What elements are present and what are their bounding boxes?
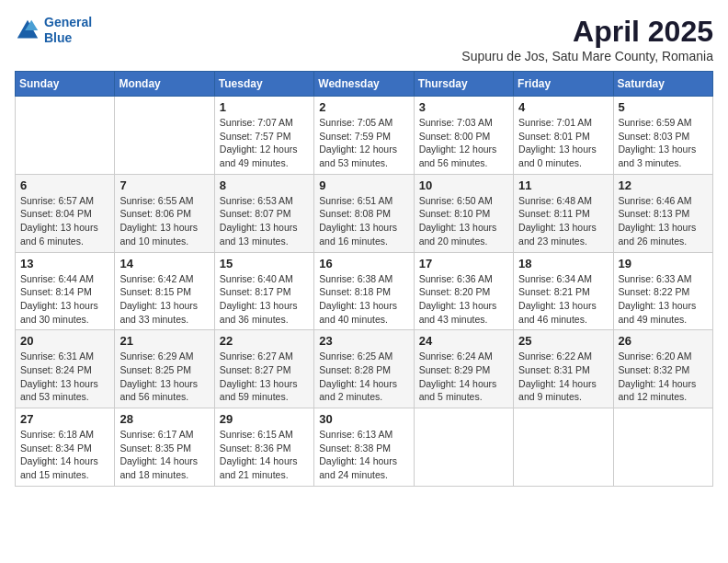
day-detail: Sunrise: 7:05 AM Sunset: 7:59 PM Dayligh… — [319, 116, 408, 170]
day-detail: Sunrise: 6:40 AM Sunset: 8:17 PM Dayligh… — [220, 272, 309, 327]
calendar-cell: 27Sunrise: 6:18 AM Sunset: 8:34 PM Dayli… — [16, 408, 115, 487]
day-detail: Sunrise: 6:24 AM Sunset: 8:29 PM Dayligh… — [419, 350, 508, 404]
day-number: 16 — [319, 257, 408, 270]
day-number: 29 — [220, 412, 309, 426]
day-detail: Sunrise: 6:22 AM Sunset: 8:31 PM Dayligh… — [518, 350, 608, 404]
logo-line1: General — [44, 15, 92, 29]
week-row-1: 1Sunrise: 7:07 AM Sunset: 7:57 PM Daylig… — [16, 97, 713, 175]
day-detail: Sunrise: 6:29 AM Sunset: 8:25 PM Dayligh… — [119, 350, 209, 404]
day-number: 14 — [119, 257, 209, 270]
calendar-cell: 23Sunrise: 6:25 AM Sunset: 8:28 PM Dayli… — [314, 330, 414, 408]
day-detail: Sunrise: 6:51 AM Sunset: 8:08 PM Dayligh… — [319, 194, 408, 248]
calendar-cell — [115, 97, 214, 175]
location-subtitle: Supuru de Jos, Satu Mare County, Romania — [461, 49, 713, 63]
calendar-cell: 6Sunrise: 6:57 AM Sunset: 8:04 PM Daylig… — [16, 174, 115, 252]
calendar-table: SundayMondayTuesdayWednesdayThursdayFrid… — [15, 71, 713, 487]
calendar-cell: 16Sunrise: 6:38 AM Sunset: 8:18 PM Dayli… — [314, 252, 414, 330]
day-detail: Sunrise: 6:13 AM Sunset: 8:38 PM Dayligh… — [319, 428, 408, 482]
week-row-5: 27Sunrise: 6:18 AM Sunset: 8:34 PM Dayli… — [16, 408, 713, 487]
day-detail: Sunrise: 6:44 AM Sunset: 8:14 PM Dayligh… — [20, 272, 109, 327]
calendar-cell: 18Sunrise: 6:34 AM Sunset: 8:21 PM Dayli… — [514, 252, 613, 330]
calendar-cell: 13Sunrise: 6:44 AM Sunset: 8:14 PM Dayli… — [16, 252, 115, 330]
day-detail: Sunrise: 6:34 AM Sunset: 8:21 PM Dayligh… — [518, 272, 608, 327]
calendar-cell — [16, 97, 115, 175]
week-row-3: 13Sunrise: 6:44 AM Sunset: 8:14 PM Dayli… — [16, 252, 713, 330]
calendar-cell: 30Sunrise: 6:13 AM Sunset: 8:38 PM Dayli… — [314, 408, 414, 487]
weekday-monday: Monday — [115, 72, 214, 97]
day-number: 30 — [319, 412, 408, 426]
day-detail: Sunrise: 6:36 AM Sunset: 8:20 PM Dayligh… — [419, 272, 508, 327]
day-detail: Sunrise: 6:20 AM Sunset: 8:32 PM Dayligh… — [619, 350, 708, 404]
day-number: 23 — [319, 334, 408, 348]
day-detail: Sunrise: 6:53 AM Sunset: 8:07 PM Dayligh… — [220, 194, 309, 248]
day-detail: Sunrise: 6:42 AM Sunset: 8:15 PM Dayligh… — [119, 272, 209, 327]
day-number: 4 — [518, 100, 608, 114]
logo: General Blue — [15, 15, 92, 46]
calendar-cell: 9Sunrise: 6:51 AM Sunset: 8:08 PM Daylig… — [314, 174, 414, 252]
calendar-cell: 29Sunrise: 6:15 AM Sunset: 8:36 PM Dayli… — [214, 408, 313, 487]
weekday-friday: Friday — [514, 72, 613, 97]
weekday-wednesday: Wednesday — [314, 72, 414, 97]
day-detail: Sunrise: 6:33 AM Sunset: 8:22 PM Dayligh… — [619, 272, 708, 327]
day-number: 26 — [619, 334, 708, 348]
day-number: 22 — [220, 334, 309, 348]
calendar-cell: 4Sunrise: 7:01 AM Sunset: 8:01 PM Daylig… — [514, 97, 613, 175]
day-number: 12 — [619, 178, 708, 192]
day-detail: Sunrise: 6:59 AM Sunset: 8:03 PM Dayligh… — [619, 116, 708, 170]
day-number: 9 — [319, 178, 408, 192]
calendar-cell: 14Sunrise: 6:42 AM Sunset: 8:15 PM Dayli… — [115, 252, 214, 330]
calendar-cell: 15Sunrise: 6:40 AM Sunset: 8:17 PM Dayli… — [214, 252, 313, 330]
day-number: 15 — [220, 257, 309, 270]
day-detail: Sunrise: 6:18 AM Sunset: 8:34 PM Dayligh… — [20, 428, 109, 482]
day-number: 27 — [20, 412, 109, 426]
day-number: 1 — [220, 100, 309, 114]
weekday-sunday: Sunday — [16, 72, 115, 97]
calendar-cell: 25Sunrise: 6:22 AM Sunset: 8:31 PM Dayli… — [514, 330, 613, 408]
week-row-2: 6Sunrise: 6:57 AM Sunset: 8:04 PM Daylig… — [16, 174, 713, 252]
calendar-cell: 28Sunrise: 6:17 AM Sunset: 8:35 PM Dayli… — [115, 408, 214, 487]
calendar-cell: 7Sunrise: 6:55 AM Sunset: 8:06 PM Daylig… — [115, 174, 214, 252]
day-number: 21 — [119, 334, 209, 348]
day-detail: Sunrise: 7:07 AM Sunset: 7:57 PM Dayligh… — [220, 116, 309, 170]
logo-text: General Blue — [44, 15, 92, 46]
page-header: General Blue April 2025 Supuru de Jos, S… — [15, 15, 713, 63]
calendar-cell: 22Sunrise: 6:27 AM Sunset: 8:27 PM Dayli… — [214, 330, 313, 408]
weekday-saturday: Saturday — [613, 72, 712, 97]
logo-line2: Blue — [44, 30, 72, 45]
week-row-4: 20Sunrise: 6:31 AM Sunset: 8:24 PM Dayli… — [16, 330, 713, 408]
calendar-cell: 21Sunrise: 6:29 AM Sunset: 8:25 PM Dayli… — [115, 330, 214, 408]
day-number: 24 — [419, 334, 508, 348]
day-number: 18 — [518, 257, 608, 270]
day-detail: Sunrise: 6:25 AM Sunset: 8:28 PM Dayligh… — [319, 350, 408, 404]
calendar-cell: 12Sunrise: 6:46 AM Sunset: 8:13 PM Dayli… — [613, 174, 712, 252]
day-detail: Sunrise: 6:55 AM Sunset: 8:06 PM Dayligh… — [119, 194, 209, 248]
day-detail: Sunrise: 6:31 AM Sunset: 8:24 PM Dayligh… — [20, 350, 109, 404]
day-number: 11 — [518, 178, 608, 192]
day-detail: Sunrise: 6:48 AM Sunset: 8:11 PM Dayligh… — [518, 194, 608, 248]
day-detail: Sunrise: 7:03 AM Sunset: 8:00 PM Dayligh… — [419, 116, 508, 170]
calendar-cell — [613, 408, 712, 487]
calendar-cell — [414, 408, 513, 487]
day-number: 2 — [319, 100, 408, 114]
day-detail: Sunrise: 7:01 AM Sunset: 8:01 PM Dayligh… — [518, 116, 608, 170]
day-number: 5 — [619, 100, 708, 114]
day-number: 25 — [518, 334, 608, 348]
day-number: 17 — [419, 257, 508, 270]
day-detail: Sunrise: 6:15 AM Sunset: 8:36 PM Dayligh… — [220, 428, 309, 482]
day-number: 8 — [220, 178, 309, 192]
logo-icon — [15, 17, 40, 43]
day-number: 3 — [419, 100, 508, 114]
month-title: April 2025 — [461, 15, 713, 49]
day-detail: Sunrise: 6:46 AM Sunset: 8:13 PM Dayligh… — [619, 194, 708, 248]
calendar-cell: 20Sunrise: 6:31 AM Sunset: 8:24 PM Dayli… — [16, 330, 115, 408]
day-number: 10 — [419, 178, 508, 192]
calendar-cell: 19Sunrise: 6:33 AM Sunset: 8:22 PM Dayli… — [613, 252, 712, 330]
calendar-cell: 5Sunrise: 6:59 AM Sunset: 8:03 PM Daylig… — [613, 97, 712, 175]
weekday-thursday: Thursday — [414, 72, 513, 97]
weekday-header-row: SundayMondayTuesdayWednesdayThursdayFrid… — [16, 72, 713, 97]
calendar-body: 1Sunrise: 7:07 AM Sunset: 7:57 PM Daylig… — [16, 97, 713, 487]
calendar-cell: 3Sunrise: 7:03 AM Sunset: 8:00 PM Daylig… — [414, 97, 513, 175]
day-detail: Sunrise: 6:57 AM Sunset: 8:04 PM Dayligh… — [20, 194, 109, 248]
title-block: April 2025 Supuru de Jos, Satu Mare Coun… — [461, 15, 713, 63]
day-number: 13 — [20, 257, 109, 270]
